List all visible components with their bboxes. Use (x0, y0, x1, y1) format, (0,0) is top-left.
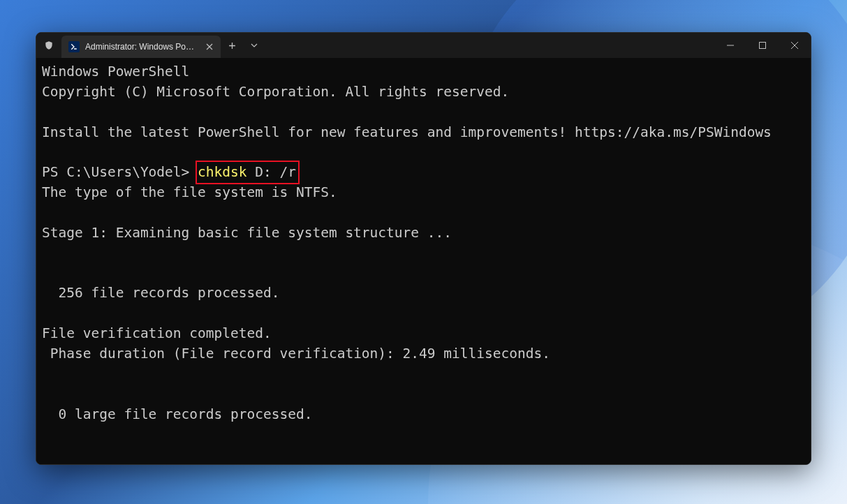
maximize-button[interactable] (746, 33, 779, 58)
tab-close-button[interactable] (204, 41, 215, 52)
tab-title: Administrator: Windows PowerShell (85, 42, 198, 52)
minimize-button[interactable] (714, 33, 746, 58)
tab-dropdown-button[interactable] (243, 34, 265, 57)
command-args: D: /r (247, 164, 296, 180)
admin-shield-icon (36, 40, 61, 51)
output-line: 256 file records processed. (42, 283, 805, 304)
new-tab-button[interactable] (221, 34, 243, 57)
command-name: chkdsk (198, 164, 246, 180)
titlebar[interactable]: Administrator: Windows PowerShell (36, 33, 811, 58)
command-highlighted: chkdsk D: /r (198, 163, 296, 183)
output-line: The type of the file system is NTFS. (42, 183, 805, 203)
output-line: Stage 1: Examining basic file system str… (42, 223, 805, 244)
close-button[interactable] (779, 33, 811, 58)
prompt-prefix: PS C:\Users\Yodel> (42, 164, 198, 180)
ps-copyright-line: Copyright (C) Microsoft Corporation. All… (42, 82, 805, 103)
output-line: File verification completed. (42, 324, 805, 344)
ps-install-hint: Install the latest PowerShell for new fe… (42, 123, 805, 143)
output-line: Phase duration (File record verification… (42, 344, 805, 364)
tab-powershell[interactable]: Administrator: Windows PowerShell (61, 36, 221, 58)
window-controls (714, 33, 811, 58)
ps-header-line: Windows PowerShell (42, 62, 805, 82)
prompt-line: PS C:\Users\Yodel> chkdsk D: /r (42, 163, 805, 183)
output-line: 0 large file records processed. (42, 405, 805, 425)
powershell-icon (68, 41, 80, 52)
svg-rect-0 (760, 43, 766, 49)
terminal-window: Administrator: Windows PowerShell Window… (36, 32, 811, 465)
terminal-content[interactable]: Windows PowerShellCopyright (C) Microsof… (36, 58, 811, 464)
